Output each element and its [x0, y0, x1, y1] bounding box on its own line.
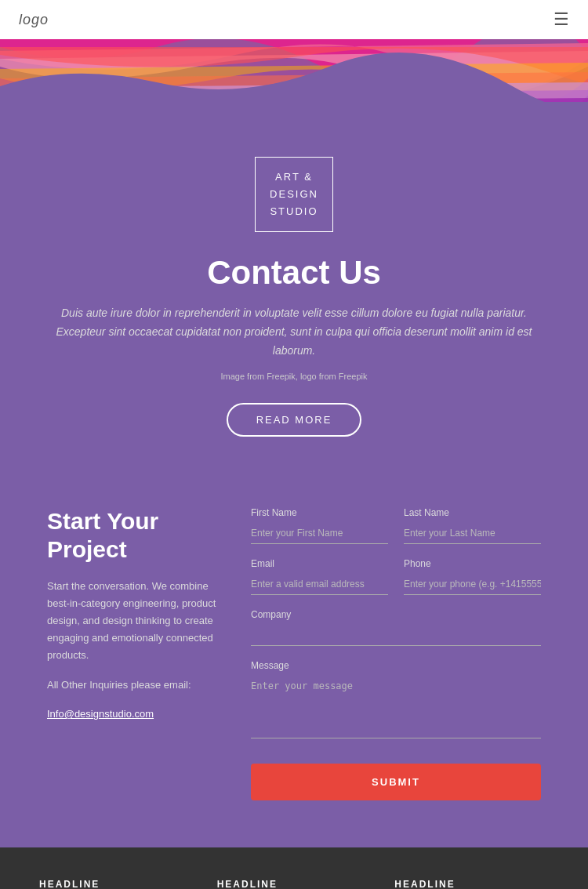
company-label: Company: [251, 609, 541, 620]
submit-button[interactable]: SUBMIT: [251, 764, 541, 800]
start-project-heading: Start Your Project: [47, 507, 220, 564]
last-name-group: Last Name: [404, 507, 541, 544]
contact-title: Contact Us: [207, 254, 381, 292]
footer-col-3: HEADLINE Sample footer text: [394, 879, 549, 889]
contact-description: Duis aute irure dolor in reprehenderit i…: [47, 304, 541, 360]
company-group: Company: [251, 609, 541, 646]
footer-col-2-headline: HEADLINE: [217, 879, 372, 889]
image-credits: Image from Freepik, logo from Freepik: [220, 372, 367, 381]
footer-col-3-headline: HEADLINE: [394, 879, 549, 889]
read-more-button[interactable]: READ MORE: [227, 403, 362, 437]
first-name-input[interactable]: [251, 523, 388, 544]
email-label: Email: [251, 558, 388, 569]
contact-form: First Name Last Name Email Phone Company: [251, 507, 541, 800]
first-name-group: First Name: [251, 507, 388, 544]
last-name-label: Last Name: [404, 507, 541, 518]
message-textarea[interactable]: [251, 676, 541, 738]
first-name-label: First Name: [251, 507, 388, 518]
header: logo ☰: [0, 0, 588, 39]
phone-label: Phone: [404, 558, 541, 569]
svg-rect-1: [0, 102, 588, 141]
hero-section: ART & DESIGN STUDIO Contact Us Duis aute…: [0, 39, 588, 476]
message-label: Message: [251, 660, 541, 671]
hero-waves: [0, 39, 588, 141]
last-name-input[interactable]: [404, 523, 541, 544]
footer-col-2: HEADLINE Sample footer text: [217, 879, 372, 889]
company-input[interactable]: [251, 625, 541, 646]
footer: HEADLINE Sample text. Click to select th…: [0, 847, 588, 889]
menu-button[interactable]: ☰: [554, 9, 569, 30]
logo: logo: [19, 12, 49, 28]
email-input[interactable]: [251, 574, 388, 595]
name-row: First Name Last Name: [251, 507, 541, 544]
email-group: Email: [251, 558, 388, 595]
footer-col-1-headline: HEADLINE: [39, 879, 194, 889]
phone-input[interactable]: [404, 574, 541, 595]
footer-col-1: HEADLINE Sample text. Click to select th…: [39, 879, 194, 889]
contact-body-text: Start the conversation. We combine best-…: [47, 578, 220, 664]
studio-badge: ART & DESIGN STUDIO: [255, 157, 333, 232]
email-phone-row: Email Phone: [251, 558, 541, 595]
contact-form-section: Start Your Project Start the conversatio…: [0, 476, 588, 847]
phone-group: Phone: [404, 558, 541, 595]
inquiries-label: All Other Inquiries please email:: [47, 677, 220, 694]
message-group: Message: [251, 660, 541, 738]
contact-email-link[interactable]: Info@designstudio.com: [47, 708, 154, 720]
contact-left-panel: Start Your Project Start the conversatio…: [47, 507, 220, 800]
